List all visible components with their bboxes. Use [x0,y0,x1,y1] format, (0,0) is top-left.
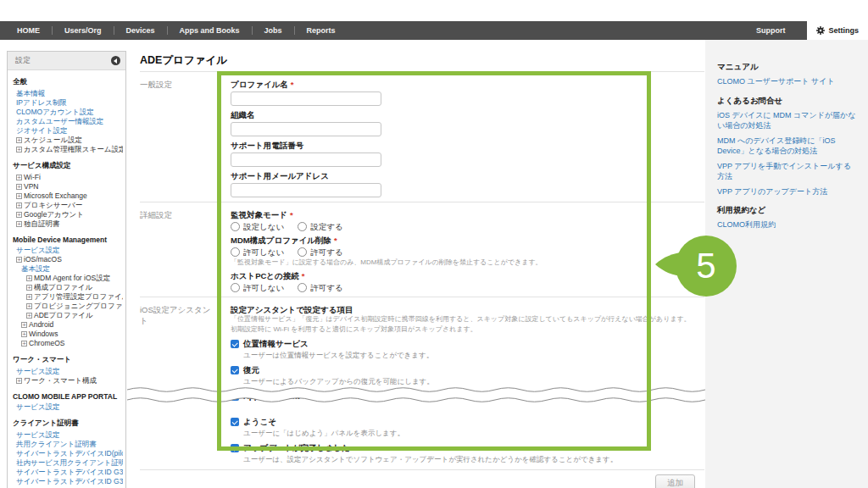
sidebar-item[interactable]: +Android [13,320,123,330]
checkbox[interactable] [231,418,239,426]
assistant-help-text: 初期設定時に Wi-Fi を利用すると適切にスキップ対象項目がスキップされます。 [231,324,704,335]
radio-icon[interactable] [298,222,307,231]
help-link[interactable]: VPP アプリを手動でインストールする方法 [717,161,856,182]
sidebar-item[interactable]: ジオサイト設定 [13,126,123,136]
help-link[interactable]: CLOMO ユーザーサポート サイト [717,76,856,87]
sidebar-item[interactable]: サービス設定 [13,367,123,376]
sidebar-item[interactable]: +VPN [13,182,123,191]
sidebar-item[interactable]: サービス設定 [13,246,123,255]
sidebar-item[interactable]: +構成プロファイル [13,283,123,292]
sidebar-item-label: CLOMOアカウント設定 [16,108,94,117]
radio-option[interactable]: 設定しない [231,222,284,231]
sidebar-item[interactable]: +ADEプロファイル [13,311,123,320]
help-link[interactable]: MDM へのデバイス登録時に「iOS Device」となる場合の対処法 [717,136,856,157]
expand-icon[interactable]: + [16,137,22,143]
sidebar-item[interactable]: +ワーク・スマート構成 [13,376,123,385]
checkbox[interactable] [231,366,239,374]
expand-icon[interactable]: + [26,285,32,291]
expand-icon[interactable]: + [26,313,32,319]
expand-icon[interactable]: + [21,331,27,337]
sidebar-item[interactable]: 基本設定 [13,264,123,274]
sidebar-item[interactable]: サービス設定 [13,402,123,412]
sidebar-item[interactable]: +スケジュール設定 [13,136,123,145]
sidebar-item[interactable]: サイバートラストデバイスID(pilot)... [13,449,123,458]
expand-icon[interactable]: + [16,221,22,227]
sidebar-item[interactable]: +MDM Agent for iOS設定 [13,274,123,283]
radio-icon[interactable] [231,247,240,257]
support-link[interactable]: Support [756,21,786,40]
text-input[interactable] [231,122,381,136]
sidebar-item-label: Microsoft Exchange [24,191,87,201]
expand-icon[interactable]: + [16,147,22,152]
sidebar-item[interactable]: +カスタム管理権限スキーム設定 [13,145,123,154]
sidebar-item[interactable]: +ChromeOS [13,339,123,348]
sidebar-item[interactable]: +iOS/macOS [13,255,123,264]
sidebar-item[interactable]: +Windows [13,330,123,339]
sidebar-item[interactable]: +Wi-Fi [13,173,123,182]
nav-item-devices[interactable]: Devices [114,26,167,35]
sidebar-item[interactable]: サービス設定 [13,430,123,440]
required-mark: * [290,210,293,219]
sidebar-item[interactable]: サイバートラストデバイスID G3is(... [13,477,123,486]
sidebar-item[interactable]: CLOMOアカウント設定 [13,108,123,117]
text-input[interactable] [231,152,381,167]
form-field: 組織名 [231,110,704,136]
radio-icon[interactable] [231,283,240,292]
expand-icon[interactable]: + [26,294,32,300]
checkbox-label: Apple Account [243,391,300,402]
expand-icon[interactable]: + [16,378,22,384]
settings-tab[interactable]: Settings [807,21,868,40]
nav-item-jobs[interactable]: Jobs [253,26,294,35]
expand-icon[interactable]: + [16,175,22,180]
checkbox[interactable] [231,340,239,348]
text-input[interactable] [231,183,381,197]
collapse-sidebar-button[interactable] [111,56,120,65]
sidebar-item[interactable]: 共用クライアント証明書 [13,440,123,449]
radio-option[interactable]: 許可する [298,247,342,257]
sidebar-item[interactable]: +アプリ管理設定プロファイル [13,292,123,302]
nav-item-apps-and-books[interactable]: Apps and Books [168,26,252,35]
sidebar-item-label: アプリ管理設定プロファイル [34,292,123,302]
sidebar-item[interactable]: +独自証明書 [13,219,123,229]
checkbox[interactable] [231,444,239,452]
sidebar-item[interactable]: IPアドレス制限 [13,98,123,108]
nav-item-home[interactable]: HOME [5,26,52,35]
radio-options: 設定しない設定する [231,222,704,231]
settings-sidebar: 設定 全般基本情報IPアドレス制限CLOMOアカウント設定カスタムユーザー情報設… [7,51,126,488]
sidebar-item-label: サイバートラストデバイスID G3is... [16,468,123,477]
add-button[interactable]: 追加 [655,474,695,488]
radio-option[interactable]: 許可する [298,283,342,292]
expand-icon[interactable]: + [21,341,27,347]
radio-icon[interactable] [231,222,240,231]
sidebar-item[interactable]: 社内サービス用クライアント証明書 [13,458,123,468]
expand-icon[interactable]: + [26,275,32,281]
radio-option[interactable]: 設定する [298,222,342,231]
expand-icon[interactable]: + [16,184,22,190]
expand-icon[interactable]: + [16,193,22,199]
help-link[interactable]: iOS デバイスに MDM コマンドが届かない場合の対処法 [717,110,856,131]
help-link[interactable]: CLOMO利用規約 [717,219,856,230]
radio-option[interactable]: 許可しない [231,247,284,257]
sidebar-item[interactable]: カスタムユーザー情報設定 [13,117,123,126]
sidebar-item[interactable]: サイバートラストデバイスID G3is... [13,468,123,477]
expand-icon[interactable]: + [21,322,27,328]
help-link[interactable]: VPP アプリのアップデート方法 [717,186,856,197]
expand-icon[interactable]: + [26,303,32,309]
expand-icon[interactable]: + [16,212,22,218]
sidebar-item[interactable]: +Microsoft Exchange [13,191,123,201]
checkbox[interactable] [231,392,239,401]
radio-icon[interactable] [298,247,307,257]
sidebar-item[interactable]: 基本情報 [13,89,123,98]
sidebar-item[interactable]: +プロキシサーバー [13,201,123,210]
sidebar-item[interactable]: +Googleアカウント [13,210,123,219]
sidebar-item[interactable]: +プロビジョニングプロファイル [13,302,123,311]
expand-icon[interactable]: + [16,202,22,208]
nav-item-users-org[interactable]: Users/Org [53,26,114,35]
text-input[interactable] [231,92,381,106]
radio-icon[interactable] [298,283,307,292]
radio-option[interactable]: 許可しない [231,283,284,292]
expand-icon[interactable]: + [16,257,22,263]
sidebar-item-label: ChromeOS [29,339,65,348]
sidebar-group-title: ワーク・スマート [13,355,123,365]
nav-item-reports[interactable]: Reports [295,26,348,35]
